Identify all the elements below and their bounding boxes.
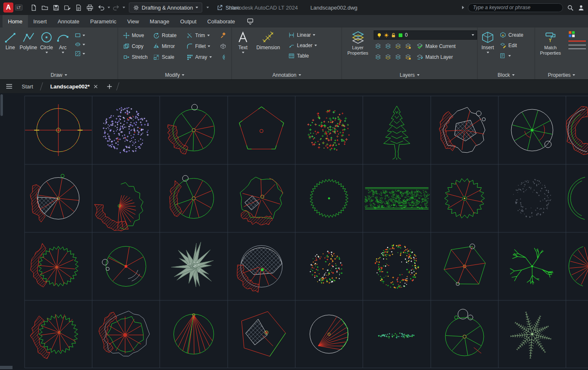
redo-button[interactable] [111,3,121,13]
stretch-button[interactable]: Stretch [121,53,151,61]
linear-dimension-button[interactable]: Linear [286,31,319,39]
horizontal-scrollbar-thumb[interactable] [0,366,13,369]
match-properties-button[interactable]: Match Properties [538,29,563,70]
layer-lock-icon[interactable] [391,33,396,38]
tab-start[interactable]: Start [18,81,36,92]
vertical-scrollbar-thumb[interactable] [0,94,3,116]
redo-dropdown-caret[interactable] [123,7,125,8]
leader-button[interactable]: Leader [286,41,319,50]
tab-annotate[interactable]: Annotate [52,15,85,28]
create-block-button[interactable]: Create [498,31,525,39]
tab-collaborate[interactable]: Collaborate [202,15,241,28]
array-button[interactable]: Array [185,53,218,61]
window-title: Autodesk AutoCAD LT 2024 Landscape002.dw… [231,5,357,11]
undo-dropdown-caret[interactable] [108,7,110,8]
ribbon-collapse-button[interactable] [246,15,254,28]
layer-walk-button[interactable] [395,53,402,60]
close-tab-icon[interactable] [93,84,98,89]
user-account-icon[interactable] [578,4,585,11]
search-icon[interactable] [567,4,574,11]
layer-isolate-button[interactable] [374,43,382,50]
layer-on-bulb-icon[interactable] [377,33,382,38]
search-expand-icon[interactable] [462,6,464,9]
rotate-icon [153,32,160,39]
panel-label-annotation[interactable]: Annotation [232,71,342,79]
polyline-button[interactable]: Polyline [20,29,37,70]
explode-button[interactable] [218,42,228,50]
tab-landscape002[interactable]: Landscape002* [47,81,101,92]
panel-label-block[interactable]: Block [477,71,535,79]
plot-style-control[interactable] [568,48,586,49]
layer-properties-button[interactable]: Layer Properties [344,29,371,70]
tab-insert[interactable]: Insert [28,15,53,28]
edit-block-button[interactable]: Edit [498,41,525,50]
save-as-button[interactable] [62,3,73,13]
trim-button[interactable]: Trim [185,31,218,40]
workspace-switcher[interactable]: Drafting & Annotation [129,3,202,13]
layer-off-button[interactable] [395,43,402,50]
tab-parametric[interactable]: Parametric [85,15,122,28]
rotate-button[interactable]: Rotate [151,31,185,40]
panel-properties: Match Properties Properties [535,28,588,79]
make-current-button[interactable]: Make Current [415,42,457,50]
plot-button[interactable] [85,3,95,13]
dimension-button[interactable]: Dimension [254,29,282,70]
layer-unlock-button[interactable] [405,53,412,60]
layer-select-caret[interactable] [472,34,474,36]
quick-access-menu-button[interactable] [206,7,209,8]
gear-icon [133,5,139,11]
hatch-button[interactable] [75,50,85,57]
panel-label-properties[interactable]: Properties [535,71,588,79]
layer-select[interactable]: 0 [374,30,477,40]
line-button[interactable]: Line [3,29,17,70]
layer-lock-button[interactable] [405,43,412,50]
tab-view[interactable]: View [122,15,144,28]
layer-thaw-button[interactable] [384,53,392,60]
offset-button[interactable] [218,53,228,61]
tab-manage[interactable]: Manage [144,15,175,28]
table-button[interactable]: Table [286,52,319,60]
panel-label-modify[interactable]: Modify [118,71,231,79]
open-button[interactable] [40,3,50,13]
insert-dropdown-caret [487,52,489,53]
ellipse-button[interactable] [75,41,85,48]
text-button[interactable]: Text [236,29,250,70]
circle-button[interactable]: Circle [40,29,53,70]
autocad-logo[interactable]: A LT [3,3,23,13]
undo-button[interactable] [96,3,106,13]
menu-icon[interactable] [5,82,13,91]
object-color-icon[interactable] [568,31,575,38]
move-button[interactable]: Move [121,31,151,40]
workspace-label: Drafting & Annotation [142,5,193,11]
lineweight-control[interactable] [568,45,586,45]
rectangle-button[interactable] [75,32,85,38]
share-button[interactable]: Share [216,4,240,11]
block-attributes-button[interactable] [498,52,525,60]
match-layer-button[interactable]: Match Layer [415,53,455,61]
plot-preview-button[interactable] [73,3,84,13]
save-button[interactable] [51,3,61,13]
tab-output[interactable]: Output [175,15,202,28]
search-input[interactable] [468,3,563,12]
new-tab-icon[interactable] [106,83,113,90]
ribbon-tab-bar: Home Insert Annotate Parametric View Man… [0,15,588,28]
layer-freeze-button[interactable] [384,43,392,50]
layer-unisolate-button[interactable] [374,53,382,60]
insert-block-button[interactable]: Insert [481,29,495,70]
dimension-icon [261,30,275,44]
panel-draw: Line Polyline Circle Arc Draw [0,28,118,79]
mirror-button[interactable]: Mirror [151,42,185,50]
erase-button[interactable] [218,31,228,40]
drawing-canvas[interactable] [0,93,588,370]
linetype-control[interactable] [568,40,586,42]
new-button[interactable] [28,3,39,13]
scale-button[interactable]: Scale [151,53,185,61]
arc-button[interactable]: Arc [56,29,70,70]
fillet-button[interactable]: Fillet [185,42,218,50]
panel-label-layers[interactable]: Layers [342,71,477,79]
layer-thaw-sun-icon[interactable] [384,33,389,38]
copy-button[interactable]: Copy [121,42,151,50]
layer-color-swatch[interactable] [398,33,403,38]
panel-label-draw[interactable]: Draw [0,71,118,79]
tab-home[interactable]: Home [3,15,28,28]
